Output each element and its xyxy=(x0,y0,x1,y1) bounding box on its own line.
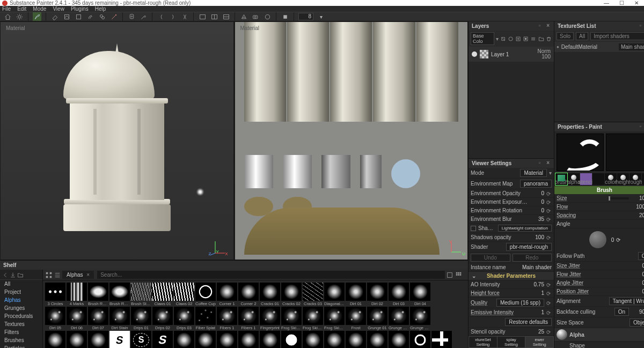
texset-solo-button[interactable]: Solo xyxy=(557,32,574,40)
menu-file[interactable]: File xyxy=(2,6,11,12)
shelf-item[interactable]: Dirt 06 xyxy=(67,307,87,330)
shelf-grid-icon[interactable] xyxy=(45,271,53,279)
layer-smart-icon[interactable] xyxy=(530,35,536,42)
channel-chip-height[interactable]: height xyxy=(617,173,629,185)
texset-all-button[interactable]: All xyxy=(576,32,588,40)
shelf-item[interactable]: Mold xyxy=(174,331,194,348)
viewport-3d[interactable]: Material Y X Z xyxy=(0,21,234,260)
shelf-item[interactable]: Dirt 02 xyxy=(367,283,387,306)
home-icon[interactable] xyxy=(3,12,12,21)
channel-chip-brush[interactable]: brush xyxy=(555,173,567,185)
shelf-list-icon[interactable] xyxy=(54,271,61,279)
polyfill-icon[interactable] xyxy=(74,12,83,21)
shelf-item[interactable]: Logo Desig... xyxy=(109,331,130,348)
shelf-item[interactable]: scratches_01 xyxy=(281,331,302,348)
size-space-combo[interactable]: Object xyxy=(630,319,644,327)
shelf-item[interactable]: Brush Strok... xyxy=(131,283,151,306)
shelf-item[interactable]: Claws 02 xyxy=(174,283,194,306)
bottom-tab-3[interactable]: ewer Setting xyxy=(525,336,554,348)
material-picker-icon[interactable] xyxy=(109,12,118,21)
menu-view[interactable]: View xyxy=(53,6,64,12)
brush-tool-icon[interactable] xyxy=(33,12,41,21)
shelf-item[interactable]: Grunge Pai... xyxy=(45,331,65,348)
shadow-mode-button[interactable]: Lightweight computation xyxy=(498,225,552,232)
shelf-item[interactable]: Cracks 01 xyxy=(260,283,280,306)
eraser-icon[interactable] xyxy=(50,12,59,21)
shelf-import-icon[interactable] xyxy=(10,272,16,278)
shelf-search[interactable]: Search... xyxy=(97,271,445,279)
shelf-view-large-icon[interactable] xyxy=(446,271,453,279)
menu-edit[interactable]: Edit xyxy=(17,6,26,12)
shelf-item[interactable]: Dirt 07 xyxy=(88,307,108,330)
quality-combo[interactable]: Medium (16 spp) xyxy=(496,299,544,307)
texset-import-button[interactable]: Import shaders xyxy=(590,32,644,40)
layer-addfill-icon[interactable] xyxy=(523,35,529,42)
menu-plugins[interactable]: Plugins xyxy=(71,6,89,12)
viewport-2d-icon[interactable] xyxy=(222,12,230,21)
layers-channel-combo[interactable]: Base Colo xyxy=(471,32,494,45)
shelf-category-project[interactable]: Project xyxy=(0,288,42,296)
shelf-category-textures[interactable]: Textures xyxy=(0,320,42,328)
settings-icon[interactable] xyxy=(15,12,24,21)
layer-effect-icon[interactable] xyxy=(500,35,506,42)
shelf-item[interactable]: Grunge Pai... xyxy=(67,331,87,348)
bottom-tab-1[interactable]: xtureSet Setting xyxy=(469,336,497,348)
restore-defaults-button[interactable]: Restore defaults xyxy=(505,318,552,326)
env-map-combo[interactable]: panorama xyxy=(520,180,552,188)
sym-left-icon[interactable] xyxy=(157,12,165,21)
shader-combo[interactable]: pbr-metal-rough xyxy=(506,243,552,251)
shelf-item[interactable]: Scratches 02 xyxy=(217,331,237,348)
layer-add-icon[interactable] xyxy=(515,35,521,42)
shelf-item[interactable]: Frog Skin 03 xyxy=(324,307,345,330)
shelf-item[interactable]: Logo Subst... xyxy=(152,331,173,348)
material-preview[interactable] xyxy=(606,134,645,171)
sym-both-icon[interactable] xyxy=(180,12,189,21)
shelf-item[interactable]: Cracks 02 xyxy=(281,283,302,306)
layer-delete-icon[interactable] xyxy=(546,35,552,42)
shelf-item[interactable]: Diagonal Dri... xyxy=(324,283,345,306)
shelf-item[interactable]: Grunge Hairy xyxy=(389,307,409,330)
shelf-item[interactable]: 3 Circles xyxy=(45,283,65,306)
shelf-item[interactable]: 4 Marks xyxy=(67,283,87,306)
alignment-combo[interactable]: Tangent | Wrap xyxy=(609,297,644,305)
channel-chip-m[interactable]: m xyxy=(642,173,644,185)
axis-gizmo-2d[interactable]: V U xyxy=(449,241,462,255)
undo-button[interactable]: Undo xyxy=(471,254,510,262)
shelf-item[interactable]: Shape xyxy=(303,331,323,348)
shelf-item[interactable]: Dirt 01 xyxy=(346,283,366,306)
shelf-item[interactable]: Corner 2 xyxy=(238,283,259,306)
shelf-category-procedurals[interactable]: Procedurals xyxy=(0,312,42,320)
maximize-button[interactable]: ☐ xyxy=(614,0,629,8)
alpha-thumb-icon[interactable] xyxy=(557,329,567,340)
viewport-single-icon[interactable] xyxy=(198,12,207,21)
layer-folder-icon[interactable] xyxy=(538,35,544,42)
shader-params-header[interactable]: Shader Parameters xyxy=(487,273,536,279)
shelf-item[interactable]: Coffee Cup xyxy=(195,283,216,306)
channel-chip-alpha[interactable]: alpha xyxy=(568,173,580,185)
follow-path-toggle[interactable]: Off xyxy=(638,252,644,260)
backface-toggle[interactable]: On xyxy=(614,308,629,316)
texset-item[interactable]: DefaultMaterial Main shader xyxy=(554,42,644,52)
shelf-item[interactable]: Shape Bell I... xyxy=(367,331,387,348)
shelf-item[interactable]: Drips 03 xyxy=(174,307,194,330)
shelf-category-filters[interactable]: Filters xyxy=(0,328,42,336)
menu-mode[interactable]: Mode xyxy=(33,6,46,12)
viewport-split-icon[interactable] xyxy=(210,12,218,21)
close-button[interactable]: ✕ xyxy=(629,0,644,8)
channel-chip-stencil[interactable]: stencil xyxy=(580,173,592,185)
quick-mask-icon[interactable] xyxy=(127,12,136,21)
panel-buttons[interactable]: ▫ × xyxy=(539,23,552,28)
shelf-item[interactable]: Dirt 03 xyxy=(389,283,409,306)
shelf-item[interactable]: Cracks 03 xyxy=(303,283,323,306)
shadows-checkbox[interactable] xyxy=(471,226,476,231)
camera-icon[interactable] xyxy=(251,12,260,21)
eyedropper-icon[interactable] xyxy=(139,12,148,21)
shelf-category-all[interactable]: All xyxy=(0,280,42,288)
render-icon[interactable] xyxy=(263,12,272,21)
shelf-category-brushes[interactable]: Brushes xyxy=(0,336,42,344)
size-slider[interactable] xyxy=(608,197,629,199)
shelf-item[interactable]: Brush Rotat... xyxy=(109,283,130,306)
layer-row[interactable]: Layer 1 Norm100 xyxy=(469,47,554,62)
shelf-item[interactable]: Sandpaper 1 xyxy=(195,331,216,348)
shelf-item[interactable]: Scratches 03 xyxy=(238,331,259,348)
